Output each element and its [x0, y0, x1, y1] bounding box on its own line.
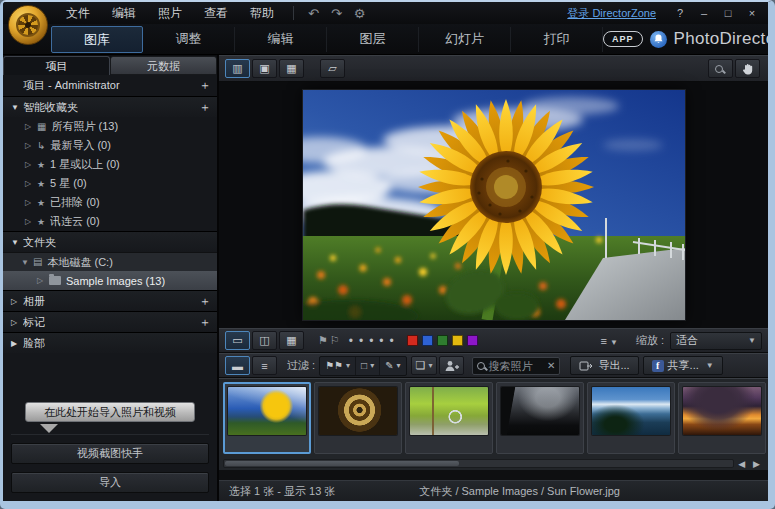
photo-viewer[interactable] — [219, 82, 768, 328]
color-label-chip[interactable] — [407, 335, 418, 346]
viewer-only-button[interactable]: ▣ — [252, 59, 277, 78]
expand-arrow-icon[interactable]: ▷ — [25, 217, 37, 226]
expand-arrow-icon[interactable]: ▷ — [37, 276, 49, 285]
rating-dot[interactable]: • — [379, 334, 383, 348]
color-label-chip[interactable] — [467, 335, 478, 346]
menu-item[interactable]: 查看 — [193, 3, 239, 24]
redo-icon[interactable]: ↷ — [325, 6, 348, 21]
thumbnail-image[interactable] — [683, 387, 761, 435]
thumbnail-image[interactable] — [501, 387, 579, 435]
expand-arrow-icon[interactable]: ▷ — [11, 318, 23, 327]
expand-arrow-icon[interactable]: ▷ — [25, 160, 37, 169]
thumbnail-image[interactable] — [228, 387, 306, 435]
app-badge[interactable]: APP — [603, 31, 643, 47]
help-button[interactable]: ? — [670, 7, 690, 19]
tree-row[interactable]: ▼ 文件夹 — [3, 231, 217, 252]
module-tab[interactable]: 图层 — [327, 27, 419, 52]
expand-arrow-icon[interactable]: ▷ — [25, 179, 37, 188]
thumbnail-cell[interactable] — [405, 382, 493, 454]
pan-hand-button[interactable] — [735, 59, 760, 78]
notification-bell-icon[interactable] — [650, 31, 667, 48]
thumbnail-cell[interactable] — [678, 382, 766, 454]
rating-dot[interactable]: • — [349, 334, 353, 348]
rating-filter-button[interactable]: □▾ — [356, 357, 380, 375]
tree-row[interactable]: ▶ 脸部 — [3, 332, 217, 353]
zoom-dropdown[interactable]: 适合▼ — [670, 332, 762, 350]
login-directorzone-link[interactable]: 登录 DirectorZone — [567, 6, 656, 21]
share-button[interactable]: f 共享... ▼ — [643, 356, 723, 375]
search-input[interactable] — [488, 360, 544, 372]
color-label-chip[interactable] — [437, 335, 448, 346]
expand-arrow-icon[interactable]: ▶ — [11, 339, 23, 348]
tree-row[interactable]: ▷ 相册 ＋ — [3, 290, 217, 311]
add-button[interactable]: ＋ — [199, 99, 211, 116]
export-button[interactable]: 导出... — [570, 356, 638, 375]
multi-view-button[interactable]: ▦ — [279, 331, 304, 350]
sidebar-tab[interactable]: 项目 — [3, 56, 110, 75]
search-box[interactable]: ✕ — [472, 357, 560, 375]
tree-row[interactable]: ▷ 已排除 (0) — [3, 193, 217, 212]
tree-row[interactable]: ▼ 智能收藏夹 ＋ — [3, 96, 217, 117]
list-view-button[interactable]: ≡ — [252, 356, 277, 375]
tree-row[interactable]: ▷ 最新导入 (0) — [3, 136, 217, 155]
flag-filter-button[interactable]: ⚑⚑▾ — [320, 357, 356, 375]
scrollbar-track[interactable] — [223, 459, 734, 468]
dual-display-button[interactable]: ▱ — [320, 59, 345, 78]
module-tab[interactable]: 编辑 — [235, 27, 327, 52]
tree-row[interactable]: ▷ 标记 ＋ — [3, 311, 217, 332]
tree-row[interactable]: ▷ 讯连云 (0) — [3, 212, 217, 231]
browser-view-button[interactable]: ▥ — [225, 59, 250, 78]
scrollbar-handle[interactable] — [225, 461, 459, 466]
expand-arrow-icon[interactable]: ▼ — [21, 258, 33, 267]
minimize-button[interactable]: – — [694, 7, 714, 19]
expand-arrow-icon[interactable]: ▼ — [11, 238, 23, 247]
module-tab[interactable]: 图库 — [51, 26, 143, 53]
zoom-tool-button[interactable] — [708, 59, 733, 78]
undo-icon[interactable]: ↶ — [302, 6, 325, 21]
thumbnail-cell[interactable] — [587, 382, 675, 454]
menu-item[interactable]: 编辑 — [101, 3, 147, 24]
add-button[interactable]: ＋ — [199, 77, 211, 94]
close-button[interactable]: × — [742, 7, 762, 19]
grid-view-button[interactable]: ▦ — [279, 59, 304, 78]
tree-row[interactable]: 项目 - Administrator ＋ — [3, 75, 217, 96]
flag-buttons[interactable]: ⚑⚐ — [318, 334, 342, 347]
settings-gear-icon[interactable]: ⚙ — [348, 6, 372, 21]
menu-item[interactable]: 文件 — [55, 3, 101, 24]
expand-arrow-icon[interactable]: ▷ — [25, 141, 37, 150]
thumbnail-image[interactable] — [319, 387, 397, 435]
thumbnail-cell[interactable] — [314, 382, 402, 454]
thumbnail-image[interactable] — [410, 387, 488, 435]
color-label-chip[interactable] — [452, 335, 463, 346]
sort-button[interactable]: ≡▼ — [595, 333, 624, 349]
expand-arrow-icon[interactable]: ▷ — [25, 198, 37, 207]
expand-arrow-icon[interactable]: ▷ — [25, 122, 37, 131]
add-button[interactable]: ＋ — [199, 314, 211, 331]
label-filter-button[interactable]: ✎▾ — [380, 357, 405, 375]
tag-face-button[interactable] — [439, 356, 464, 375]
maximize-button[interactable]: □ — [718, 7, 738, 19]
module-tab[interactable]: 打印 — [511, 27, 603, 52]
rating-dot[interactable]: • — [359, 334, 363, 348]
stack-button[interactable]: ❏▾ — [411, 356, 438, 375]
expand-arrow-icon[interactable]: ▷ — [11, 297, 23, 306]
import-button[interactable]: 导入 — [11, 472, 209, 493]
tree-row[interactable]: ▷ Sample Images (13) — [3, 271, 217, 290]
tree-row[interactable]: ▷ 1 星或以上 (0) — [3, 155, 217, 174]
expand-arrow-icon[interactable]: ▼ — [11, 103, 23, 112]
thumbnail-cell[interactable] — [496, 382, 584, 454]
thumbnail-cell[interactable] — [223, 382, 311, 454]
module-tab[interactable]: 调整 — [143, 27, 235, 52]
sidebar-tab[interactable]: 元数据 — [110, 56, 217, 75]
tree-row[interactable]: ▷ 5 星 (0) — [3, 174, 217, 193]
thumbnail-strip-button[interactable]: ▬ — [225, 356, 250, 375]
clear-search-icon[interactable]: ✕ — [547, 360, 555, 371]
scroll-right-button[interactable]: ▶ — [749, 459, 764, 469]
thumbnail-image[interactable] — [592, 387, 670, 435]
scroll-left-button[interactable]: ◀ — [734, 459, 749, 469]
video-to-photo-button[interactable]: 视频截图快手 — [11, 443, 209, 464]
rating-dot[interactable]: • — [369, 334, 373, 348]
single-view-button[interactable]: ▭ — [225, 331, 250, 350]
menu-item[interactable]: 帮助 — [239, 3, 285, 24]
tree-row[interactable]: ▷ 所有照片 (13) — [3, 117, 217, 136]
